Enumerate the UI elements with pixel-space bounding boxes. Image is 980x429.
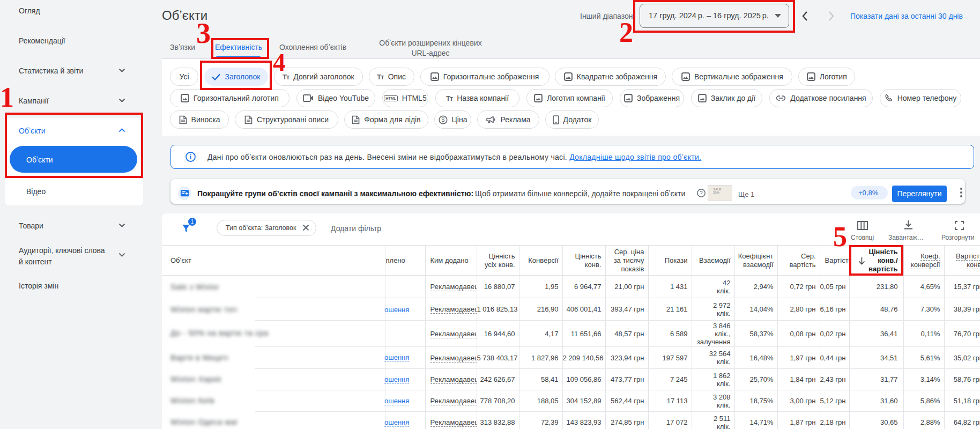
svg-text:?: ? [700, 190, 703, 196]
svg-text:$: $ [441, 116, 444, 123]
